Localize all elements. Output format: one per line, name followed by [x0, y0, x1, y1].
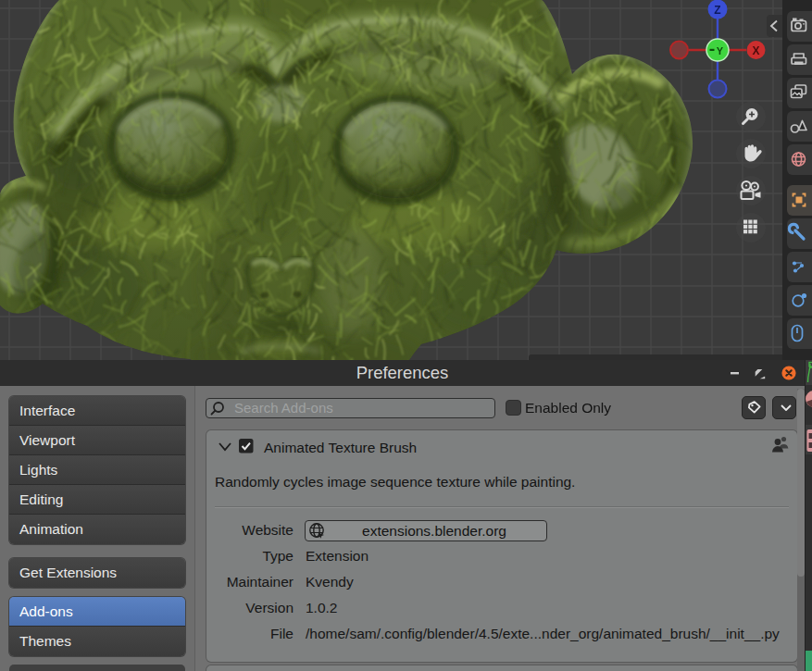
svg-text:Z: Z — [714, 4, 720, 17]
svg-text:X: X — [752, 44, 759, 57]
svg-text:Y: Y — [717, 45, 724, 56]
